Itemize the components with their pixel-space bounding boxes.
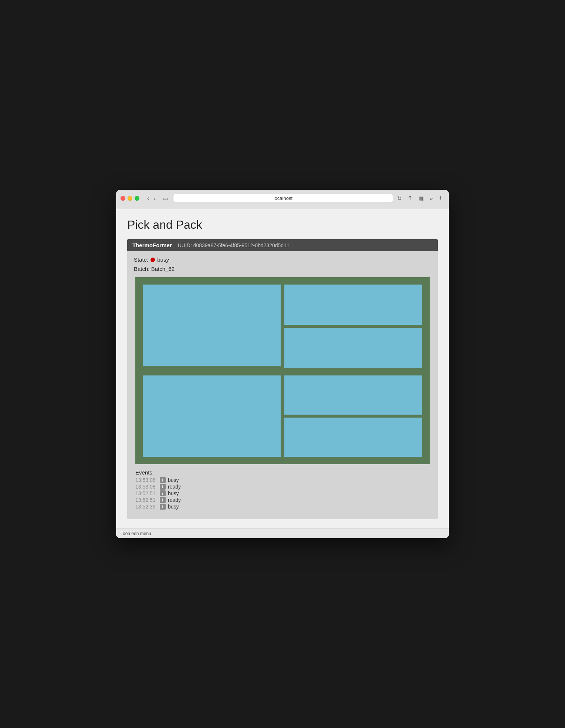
event-status: ready xyxy=(168,497,181,503)
new-tab-button[interactable]: + xyxy=(437,194,444,203)
batch-label: Batch: xyxy=(134,266,150,272)
back-button[interactable]: ‹ xyxy=(145,194,151,203)
blue-block-bottom-left xyxy=(143,375,281,457)
event-row-1: 13:53:08iready xyxy=(135,484,430,490)
event-row-0: 13:53:08ibusy xyxy=(135,477,430,483)
state-indicator xyxy=(150,258,155,262)
nav-buttons: ‹ › xyxy=(145,194,158,203)
forward-button[interactable]: › xyxy=(152,194,157,203)
page-title: Pick and Pack xyxy=(127,218,438,232)
event-status: busy xyxy=(168,477,179,483)
device-uuid: UUID: d0839a87-5fe6-4f85-9512-0bd2320d5d… xyxy=(178,242,290,248)
event-info-icon: i xyxy=(160,477,166,483)
blue-block-bottom-right-1 xyxy=(284,375,422,415)
event-time: 13:52:39 xyxy=(135,504,158,510)
event-row-2: 13:52:51ibusy xyxy=(135,490,430,496)
status-bar: Toon een menu xyxy=(116,528,449,538)
device-card: ThermoFormer UUID: d0839a87-5fe6-4f85-95… xyxy=(127,239,438,519)
machine-grid xyxy=(140,282,425,460)
state-value: busy xyxy=(157,256,169,263)
event-info-icon: i xyxy=(160,504,166,510)
close-button[interactable] xyxy=(121,196,125,201)
title-bar: ‹ › ▭ localhost ↻ ⤒ ▦ » + xyxy=(121,194,444,203)
events-list: 13:53:08ibusy13:53:08iready13:52:51ibusy… xyxy=(135,477,430,510)
device-body: State: busy Batch: Batch_62 xyxy=(127,251,438,519)
blue-block-top-right-1 xyxy=(284,285,422,325)
batch-value: Batch_62 xyxy=(151,266,175,272)
status-text: Toon een menu xyxy=(121,531,151,536)
browser-chrome: ‹ › ▭ localhost ↻ ⤒ ▦ » + xyxy=(116,190,449,209)
event-info-icon: i xyxy=(160,490,166,496)
extensions-button[interactable]: » xyxy=(428,194,434,202)
grid-cell-bottom-right xyxy=(282,371,425,460)
event-time: 13:52:51 xyxy=(135,497,158,503)
event-status: ready xyxy=(168,484,181,490)
events-section: Events: 13:53:08ibusy13:53:08iready13:52… xyxy=(134,469,431,514)
device-name: ThermoFormer xyxy=(132,242,172,248)
event-status: busy xyxy=(168,490,179,496)
tabs-button[interactable]: ▦ xyxy=(417,194,426,203)
state-row: State: busy xyxy=(134,256,431,263)
minimize-button[interactable] xyxy=(128,196,132,201)
event-row-3: 13:52:51iready xyxy=(135,497,430,503)
traffic-lights xyxy=(121,196,139,201)
blue-block-top-left xyxy=(143,285,281,366)
page-content: Pick and Pack ThermoFormer UUID: d0839a8… xyxy=(116,209,449,528)
blue-block-top-right-2 xyxy=(284,328,422,368)
reload-button[interactable]: ↻ xyxy=(395,194,404,203)
event-time: 13:53:08 xyxy=(135,484,158,490)
blue-block-bottom-right-2 xyxy=(284,418,422,457)
machine-grid-container xyxy=(135,277,430,464)
grid-cell-top-left xyxy=(140,282,282,371)
share-button[interactable]: ⤒ xyxy=(406,194,415,203)
event-info-icon: i xyxy=(160,497,166,503)
event-row-4: 13:52:39ibusy xyxy=(135,504,430,510)
state-label: State: xyxy=(134,256,148,263)
url-text: localhost xyxy=(274,195,292,201)
grid-cell-bottom-left xyxy=(140,371,282,460)
sidebar-toggle-button[interactable]: ▭ xyxy=(160,194,170,203)
events-label: Events: xyxy=(135,469,430,476)
event-status: busy xyxy=(168,504,179,510)
device-header: ThermoFormer UUID: d0839a87-5fe6-4f85-95… xyxy=(127,239,438,251)
address-bar[interactable]: localhost xyxy=(173,194,393,203)
browser-window: ‹ › ▭ localhost ↻ ⤒ ▦ » + Pick and Pack … xyxy=(116,190,449,538)
fullscreen-button[interactable] xyxy=(135,196,139,201)
event-time: 13:52:51 xyxy=(135,490,158,496)
grid-cell-top-right xyxy=(282,282,425,371)
event-info-icon: i xyxy=(160,484,166,490)
batch-row: Batch: Batch_62 xyxy=(134,266,431,272)
event-time: 13:53:08 xyxy=(135,477,158,483)
